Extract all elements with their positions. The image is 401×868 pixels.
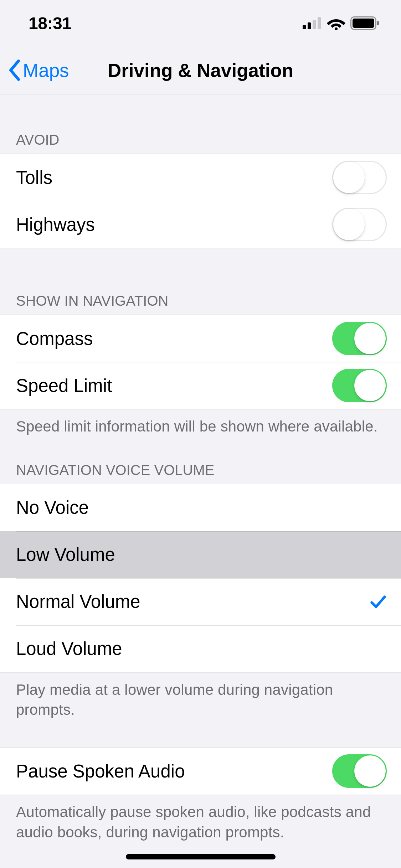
- svg-rect-1: [308, 22, 311, 29]
- switch-speed-limit[interactable]: [332, 369, 387, 402]
- row-loud-volume[interactable]: Loud Volume: [0, 625, 401, 672]
- switch-pause-spoken-audio[interactable]: [332, 754, 387, 788]
- row-highways[interactable]: Highways: [0, 201, 401, 248]
- row-no-voice[interactable]: No Voice: [0, 484, 401, 531]
- cellular-icon: [303, 17, 322, 29]
- svg-rect-7: [377, 21, 379, 25]
- back-button[interactable]: Maps: [0, 60, 69, 81]
- checkmark-icon: [370, 593, 387, 610]
- row-normal-volume[interactable]: Normal Volume: [0, 578, 401, 625]
- row-label-pause: Pause Spoken Audio: [16, 761, 185, 782]
- section-header-show: Show in Navigation: [0, 248, 401, 315]
- row-label-low-volume: Low Volume: [16, 544, 115, 565]
- battery-icon: [350, 16, 380, 30]
- list-show: Compass Speed Limit: [0, 315, 401, 409]
- row-speed-limit[interactable]: Speed Limit: [0, 362, 401, 409]
- section-footer-volume: Play media at a lower volume during navi…: [0, 673, 401, 726]
- row-label-loud-volume: Loud Volume: [16, 638, 122, 659]
- row-label-tolls: Tolls: [16, 167, 52, 188]
- row-label-no-voice: No Voice: [16, 497, 89, 518]
- row-pause-spoken-audio[interactable]: Pause Spoken Audio: [0, 748, 401, 795]
- section-header-avoid: Avoid: [0, 94, 401, 154]
- svg-rect-3: [318, 17, 321, 29]
- svg-rect-6: [353, 19, 374, 28]
- list-avoid: Tolls Highways: [0, 154, 401, 248]
- switch-compass[interactable]: [332, 322, 387, 355]
- home-indicator[interactable]: [126, 854, 276, 859]
- section-header-volume: Navigation Voice Volume: [0, 443, 401, 484]
- section-footer-pause: Automatically pause spoken audio, like p…: [0, 795, 401, 848]
- status-bar: 18:31: [0, 0, 401, 46]
- svg-point-4: [335, 27, 338, 30]
- svg-rect-0: [303, 25, 306, 29]
- list-volume: No Voice Low Volume Normal Volume Loud V…: [0, 484, 401, 673]
- status-time: 18:31: [29, 14, 71, 33]
- section-footer-show: Speed limit information will be shown wh…: [0, 409, 401, 443]
- chevron-left-icon: [8, 60, 21, 81]
- switch-highways[interactable]: [332, 208, 387, 241]
- row-label-highways: Highways: [16, 214, 95, 235]
- wifi-icon: [327, 16, 345, 30]
- row-low-volume[interactable]: Low Volume: [0, 531, 401, 578]
- row-label-speed-limit: Speed Limit: [16, 375, 112, 396]
- row-label-normal-volume: Normal Volume: [16, 591, 140, 612]
- status-icons: [303, 16, 380, 30]
- list-pause: Pause Spoken Audio: [0, 747, 401, 795]
- svg-rect-2: [313, 20, 316, 29]
- row-compass[interactable]: Compass: [0, 315, 401, 362]
- switch-tolls[interactable]: [332, 161, 387, 194]
- navigation-bar: Maps Driving & Navigation: [0, 46, 401, 94]
- row-label-compass: Compass: [16, 328, 93, 349]
- back-label: Maps: [23, 60, 69, 81]
- row-tolls[interactable]: Tolls: [0, 154, 401, 201]
